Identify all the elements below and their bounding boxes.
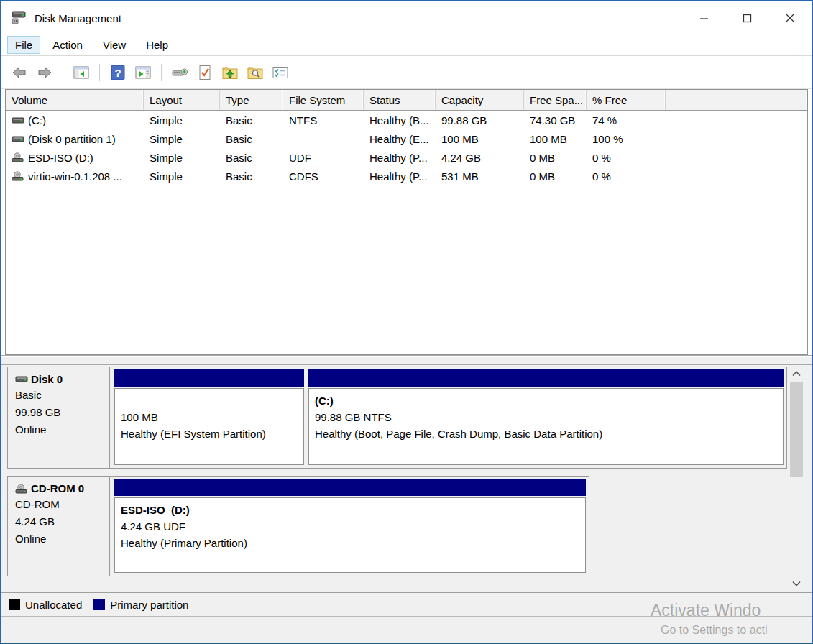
column-header-capacity[interactable]: Capacity	[436, 90, 524, 110]
help-button[interactable]: ?	[109, 63, 127, 82]
folder-search-icon	[247, 65, 264, 80]
window-title: Disk Management	[35, 12, 121, 24]
checklist-button[interactable]	[271, 63, 290, 82]
disk-0-label[interactable]: Disk 0 Basic 99.98 GB Online	[8, 367, 110, 468]
cell-pct-free: 100 %	[587, 129, 666, 148]
menu-help[interactable]: Help	[138, 36, 176, 54]
partition-status: Healthy (EFI System Partition)	[121, 426, 298, 442]
folder-search-button[interactable]	[246, 63, 265, 82]
title-bar: Disk Management	[1, 1, 812, 34]
column-header-filler	[666, 90, 807, 110]
column-header-type[interactable]: Type	[220, 90, 283, 110]
show-action-pane-button[interactable]	[134, 63, 152, 82]
cell-file-system: NTFS	[283, 111, 364, 129]
primary-partition-swatch	[93, 599, 105, 610]
app-icon	[10, 9, 27, 27]
partition-efi[interactable]: 100 MB Healthy (EFI System Partition)	[114, 369, 304, 465]
cell-free-space: 0 MB	[524, 167, 587, 185]
cell-layout: Simple	[144, 111, 220, 129]
menu-action[interactable]: Action	[45, 36, 91, 54]
cell-pct-free: 0 %	[587, 167, 666, 185]
device-add-button[interactable]	[170, 63, 189, 82]
cell-type: Basic	[220, 129, 283, 148]
graphical-view-pane: Disk 0 Basic 99.98 GB Online 100 MB Heal…	[1, 365, 812, 592]
show-console-tree-icon	[73, 65, 90, 80]
disk-status: Online	[15, 421, 105, 438]
chevron-up-icon	[792, 371, 801, 377]
folder-up-button[interactable]	[221, 63, 239, 82]
column-header-volume[interactable]: Volume	[6, 90, 144, 110]
column-header-file-system[interactable]: File System	[283, 90, 364, 110]
device-add-icon	[171, 65, 188, 80]
column-header-free-space[interactable]: Free Spa...	[524, 90, 587, 110]
table-row[interactable]: (Disk 0 partition 1) Simple Basic Health…	[6, 129, 807, 148]
scroll-down-button[interactable]	[789, 576, 804, 591]
toolbar: ?	[1, 56, 812, 89]
column-header-status[interactable]: Status	[364, 90, 436, 110]
partition-color-strip	[308, 369, 784, 387]
maximize-button[interactable]	[725, 1, 768, 34]
scrollbar-thumb[interactable]	[790, 382, 803, 477]
column-header-pct-free[interactable]: % Free	[587, 90, 666, 110]
maximize-icon	[743, 14, 752, 23]
svg-text:?: ?	[114, 66, 121, 78]
partition-size: 100 MB	[121, 409, 298, 426]
partition-esd-iso[interactable]: ESD-ISO (D:) 4.24 GB UDF Healthy (Primar…	[114, 479, 586, 573]
column-header-layout[interactable]: Layout	[144, 90, 220, 110]
toolbar-separator	[99, 64, 100, 81]
close-icon	[785, 13, 795, 23]
drive-icon	[15, 374, 28, 384]
cell-pct-free: 0 %	[587, 148, 666, 167]
toolbar-separator	[63, 64, 63, 81]
minimize-button[interactable]	[682, 1, 725, 34]
cell-type: Basic	[220, 148, 283, 167]
cell-type: Basic	[220, 111, 283, 129]
legend-label: Unallocated	[25, 599, 82, 611]
back-button[interactable]	[10, 63, 29, 82]
minimize-icon	[699, 14, 709, 23]
watermark-line2: Go to Settings to acti	[661, 624, 768, 637]
partition-c[interactable]: (C:) 99.88 GB NTFS Healthy (Boot, Page F…	[308, 369, 784, 465]
forward-button[interactable]	[35, 63, 54, 82]
check-document-button[interactable]	[196, 63, 214, 82]
disk-name: CD-ROM 0	[31, 482, 84, 494]
cell-file-system	[283, 129, 364, 148]
legend-primary-partition: Primary partition	[93, 599, 188, 611]
cell-capacity: 4.24 GB	[436, 148, 524, 167]
cell-capacity: 99.88 GB	[436, 111, 524, 129]
cell-file-system: CDFS	[283, 167, 364, 185]
pane-splitter[interactable]	[1, 355, 812, 365]
partition-size: 4.24 GB UDF	[121, 518, 579, 535]
cell-status: Healthy (B...	[364, 111, 436, 129]
table-row[interactable]: virtio-win-0.1.208 ... Simple Basic CDFS…	[6, 167, 807, 185]
disk-size: 4.24 GB	[15, 513, 105, 530]
activate-windows-watermark: Activate Windo Go to Settings to acti	[651, 601, 768, 637]
legend-unallocated: Unallocated	[9, 599, 82, 611]
cell-free-space: 74.30 GB	[524, 111, 587, 129]
volume-name: virtio-win-0.1.208 ...	[28, 170, 122, 183]
cell-status: Healthy (P...	[364, 148, 436, 167]
toolbar-separator	[161, 64, 162, 81]
cdrom-0-label[interactable]: CD-ROM 0 CD-ROM 4.24 GB Online	[8, 477, 110, 576]
cdrom-icon	[12, 152, 24, 162]
menu-file[interactable]: File	[7, 36, 40, 54]
menu-view[interactable]: View	[95, 36, 134, 54]
partition-title	[121, 392, 298, 409]
table-row[interactable]: (C:) Simple Basic NTFS Healthy (B... 99.…	[6, 111, 807, 129]
checklist-icon	[272, 65, 289, 80]
drive-icon	[12, 134, 24, 144]
cell-free-space: 100 MB	[524, 129, 587, 148]
disk-type: Basic	[15, 387, 105, 404]
show-console-tree-button[interactable]	[72, 63, 91, 82]
table-row[interactable]: ESD-ISO (D:) Simple Basic UDF Healthy (P…	[6, 148, 807, 167]
watermark-line1: Activate Windo	[651, 601, 768, 620]
close-button[interactable]	[768, 1, 812, 34]
cell-free-space: 0 MB	[524, 148, 587, 167]
scroll-up-button[interactable]	[789, 367, 804, 381]
volume-name: (Disk 0 partition 1)	[28, 133, 116, 145]
cell-pct-free: 74 %	[587, 111, 666, 129]
partition-status: Healthy (Primary Partition)	[121, 535, 579, 551]
cell-file-system: UDF	[283, 148, 364, 167]
partition-title: (C:)	[315, 392, 777, 409]
vertical-scrollbar[interactable]	[789, 365, 804, 592]
